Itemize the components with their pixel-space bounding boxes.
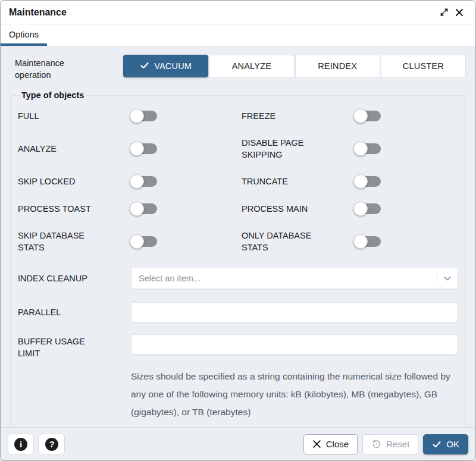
index-cleanup-select[interactable]: Select an item... <box>131 268 458 289</box>
reset-button[interactable]: Reset <box>362 434 418 454</box>
check-icon <box>140 61 149 72</box>
expand-icon <box>440 8 449 17</box>
process-main-toggle[interactable] <box>355 203 381 214</box>
ok-button[interactable]: OK <box>423 434 468 454</box>
type-of-objects-fieldset: Type of objects FULL FREEZE ANALYZE DISA… <box>10 90 466 427</box>
title-bar: Maintenance <box>1 1 475 24</box>
operation-analyze-button[interactable]: ANALYZE <box>209 55 294 77</box>
help-icon: ? <box>45 438 58 451</box>
operation-vacuum-button[interactable]: VACUUM <box>123 55 208 77</box>
type-of-objects-legend: Type of objects <box>19 90 86 100</box>
toggle-row-truncate: TRUNCATE <box>242 168 458 195</box>
toggle-row-process-toast: PROCESS TOAST <box>18 195 234 222</box>
toggle-row-skip-locked: SKIP LOCKED <box>18 168 234 195</box>
dialog-footer: i ? Close Reset O <box>1 427 475 460</box>
maintenance-operation-row: Maintenance operation VACUUM ANALYZE REI… <box>10 55 466 81</box>
toggle-row-only-database-stats: ONLY DATABASE STATS <box>242 222 458 261</box>
x-icon <box>312 440 321 449</box>
buffer-usage-note: Sizes should be specified as a string co… <box>131 368 458 421</box>
truncate-toggle[interactable] <box>355 176 381 187</box>
toggle-row-analyze: ANALYZE <box>18 130 234 168</box>
process-toast-toggle[interactable] <box>131 203 157 214</box>
freeze-toggle[interactable] <box>355 111 381 121</box>
close-button-titlebar[interactable] <box>452 5 467 20</box>
toggle-row-disable-page-skipping: DISABLE PAGE SKIPPING <box>242 130 458 168</box>
index-cleanup-placeholder: Select an item... <box>139 274 437 283</box>
close-icon <box>455 8 464 17</box>
operation-button-group: VACUUM ANALYZE REINDEX CLUSTER <box>123 55 466 81</box>
maintenance-operation-label: Maintenance operation <box>10 55 123 81</box>
maintenance-dialog: Maintenance Options Maintenance operatio… <box>0 0 476 461</box>
only-database-stats-toggle[interactable] <box>355 236 381 247</box>
buffer-usage-limit-label: BUFFER USAGE LIMIT <box>18 334 131 359</box>
chevron-down-icon <box>442 273 453 284</box>
info-icon: i <box>14 438 27 451</box>
toggle-row-freeze: FREEZE <box>242 102 458 130</box>
analyze-toggle[interactable] <box>131 143 157 154</box>
help-button[interactable]: ? <box>39 434 65 455</box>
rotate-left-icon <box>371 439 381 449</box>
parallel-row: PARALLEL <box>18 294 458 327</box>
buffer-usage-limit-input[interactable] <box>131 334 458 355</box>
operation-reindex-button[interactable]: REINDEX <box>295 55 380 77</box>
skip-locked-toggle[interactable] <box>131 176 157 187</box>
skip-database-stats-toggle[interactable] <box>131 236 157 247</box>
dialog-title: Maintenance <box>9 7 436 18</box>
toggle-grid: FULL FREEZE ANALYZE DISABLE PAGE SKIPPIN… <box>18 102 458 261</box>
expand-button[interactable] <box>436 5 452 20</box>
disable-page-skipping-toggle[interactable] <box>355 143 381 154</box>
full-toggle[interactable] <box>131 111 157 121</box>
operation-cluster-button[interactable]: CLUSTER <box>381 55 466 77</box>
dialog-content: Maintenance operation VACUUM ANALYZE REI… <box>1 46 475 427</box>
close-button[interactable]: Close <box>303 434 358 454</box>
toggle-row-process-main: PROCESS MAIN <box>242 195 458 222</box>
check-icon <box>432 440 441 449</box>
parallel-input[interactable] <box>131 302 458 322</box>
index-cleanup-label: INDEX CLEANUP <box>18 272 131 284</box>
tab-options[interactable]: Options <box>1 24 47 46</box>
toggle-row-skip-database-stats: SKIP DATABASE STATS <box>18 222 234 261</box>
toggle-row-full: FULL <box>18 102 234 130</box>
index-cleanup-row: INDEX CLEANUP Select an item... <box>18 261 458 294</box>
buffer-usage-limit-row: BUFFER USAGE LIMIT <box>18 327 458 364</box>
tab-bar: Options <box>1 24 475 46</box>
sql-info-button[interactable]: i <box>8 434 34 455</box>
parallel-label: PARALLEL <box>18 306 131 318</box>
buffer-usage-note-row: Sizes should be specified as a string co… <box>18 364 458 421</box>
